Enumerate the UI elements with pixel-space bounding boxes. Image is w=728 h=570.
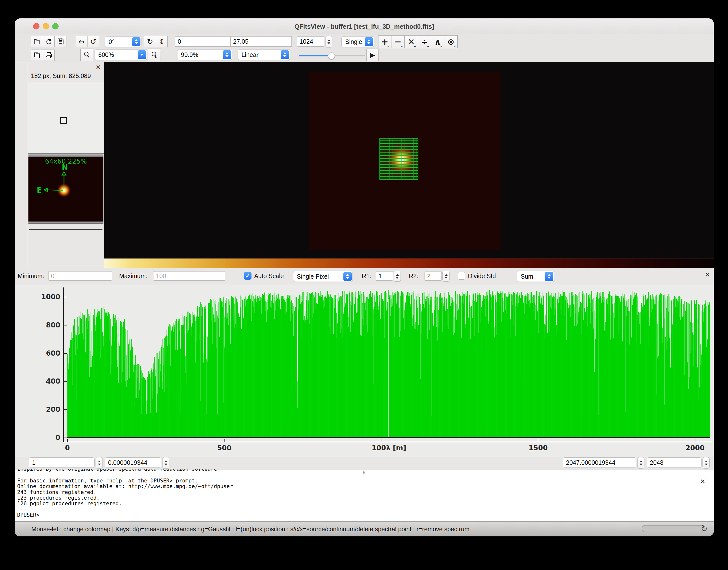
console-clipped-line: Inspired by the original dpuser spectra … (17, 470, 654, 472)
status-bar: Mouse-left: change colormap | Keys: d/p=… (15, 521, 714, 536)
print-button[interactable] (43, 49, 55, 61)
overview-thumbnail[interactable]: 64x60 225% N E (28, 155, 103, 224)
x-tick-label: 1500 (519, 444, 558, 452)
channel-stepper[interactable] (325, 36, 332, 47)
convolve-button[interactable]: ⊗⌄ (445, 35, 458, 48)
spaxel-stats-text: 182 px; Sum: 825.089 (31, 72, 91, 79)
x-axis-frame-line (63, 442, 712, 442)
minimum-input[interactable]: 0 (48, 271, 112, 281)
toolbar: ↔ ↺ 0° ↻ ↕ 0 27.05 1024 Single +⌄−⌄✕⌄÷⌄∧… (15, 34, 714, 62)
end-channel-stepper[interactable] (703, 457, 710, 469)
play-button[interactable]: ▶ (367, 49, 379, 61)
stepper-updown-icon (545, 272, 553, 281)
stepper-updown-icon (223, 50, 231, 59)
image-viewport[interactable] (104, 62, 714, 258)
slider-thumb[interactable] (328, 52, 335, 59)
slider-fill (299, 55, 331, 56)
r1-input[interactable]: 1 (376, 271, 393, 281)
console-close-button[interactable]: ✕ (700, 478, 705, 485)
console-line: Online documentation available at: http:… (17, 484, 233, 489)
start-wavelength-input[interactable]: 0.0000019344 (105, 458, 161, 468)
sidebar-close-button[interactable]: ✕ (96, 64, 101, 70)
start-channel-input[interactable]: 1 (29, 458, 95, 468)
subtract-button[interactable]: −⌄ (392, 35, 405, 48)
zoom-level-select[interactable]: 600% (95, 49, 147, 60)
add-button[interactable]: +⌄ (378, 35, 392, 48)
x-tick-label: 500 (205, 444, 244, 452)
dpuser-console[interactable]: Inspired by the original dpuser spectra … (15, 469, 714, 521)
chevron-down-icon (138, 50, 146, 59)
y-tick-label: 600 (29, 349, 60, 357)
fits-image-canvas[interactable] (309, 72, 501, 250)
divide-std-checkbox[interactable] (458, 272, 465, 280)
r2-input[interactable]: 2 (425, 271, 442, 281)
r1-value: 1 (379, 273, 382, 280)
stepper-updown-icon (132, 37, 140, 46)
divide-button[interactable]: ÷⌄ (418, 35, 431, 48)
console-line: 126 pgplot procedures registered. (17, 501, 233, 506)
start-wavelength-stepper[interactable] (162, 457, 169, 469)
cut-max-input[interactable]: 27.05 (230, 36, 292, 47)
flip-vertical-button[interactable]: ↕ (156, 36, 168, 47)
end-channel-input[interactable]: 2048 (647, 458, 702, 468)
aperture-grid-overlay[interactable] (380, 138, 419, 180)
r2-label: R2: (409, 273, 419, 280)
status-text: Mouse-left: change colormap | Keys: d/p=… (31, 526, 470, 533)
zoom-in-button[interactable] (148, 49, 161, 61)
splitter-handle-dot[interactable] (363, 472, 365, 474)
maximum-input[interactable]: 100 (153, 271, 225, 281)
rotate-cw-button[interactable]: ↻ (144, 36, 156, 47)
channel-input[interactable]: 1024 (297, 36, 324, 47)
auto-scale-checkbox[interactable]: ✓ (244, 272, 251, 280)
y-tick-label: 0 (29, 434, 60, 442)
wavelength-range-row: 1 0.0000019344 2047.0000019344 2048 (15, 457, 714, 469)
r1-stepper[interactable] (394, 271, 401, 282)
cut-max-value: 27.05 (233, 38, 248, 45)
stepper-updown-icon (365, 37, 373, 46)
save-file-button[interactable] (55, 36, 66, 47)
channel-value: 1024 (299, 38, 313, 45)
multiply-button[interactable]: ✕⌄ (405, 35, 418, 48)
power-button[interactable]: ∧⌄ (431, 35, 445, 48)
spectrum-close-button[interactable]: ✕ (705, 272, 710, 278)
scale-percent-select[interactable]: 99.9% (177, 49, 232, 60)
stretch-mode-select[interactable]: Linear (238, 49, 290, 60)
selection-panel[interactable] (28, 83, 104, 154)
open-file-button[interactable] (31, 36, 43, 47)
flip-horizontal-button[interactable]: ↔ (76, 36, 87, 47)
start-channel-stepper[interactable] (96, 457, 103, 469)
x-tick-mark (224, 439, 224, 442)
splitter-line[interactable] (29, 229, 102, 230)
spectrum-plot-canvas[interactable] (67, 287, 710, 438)
chevron-down-icon: ⌄ (400, 42, 404, 48)
rotation-angle-select[interactable]: 0° (105, 36, 141, 47)
end-wavelength-stepper[interactable] (637, 457, 644, 469)
console-line: For basic information, type "help" at th… (17, 478, 233, 484)
selection-rect[interactable] (60, 117, 67, 124)
reload-file-button[interactable] (43, 36, 55, 47)
clipboard-group (31, 49, 55, 61)
r2-stepper[interactable] (443, 271, 450, 282)
horizontal-arrows-icon: ↔ (78, 37, 85, 46)
colormap-bar[interactable] (104, 258, 714, 268)
print-icon (46, 52, 52, 58)
end-wavelength-input[interactable]: 2047.0000019344 (563, 458, 636, 468)
x-tick-mark (381, 439, 382, 442)
flip-rotate-group: ↔ ↺ (76, 36, 99, 47)
console-output: For basic information, type "help" at th… (17, 478, 233, 518)
spectrum-controls-row: Minimum: 0 Maximum: 100 ✓ Auto Scale Sin… (15, 268, 714, 285)
frame-mode-select[interactable]: Single (341, 36, 374, 47)
cut-min-input[interactable]: 0 (175, 36, 230, 47)
console-line (17, 506, 233, 512)
x-axis-label: λ [m] (386, 444, 408, 452)
copy-button[interactable] (31, 49, 43, 61)
rotate-ccw-button[interactable]: ↺ (87, 36, 99, 47)
combine-mode-select[interactable]: Sum (517, 271, 554, 282)
y-axis-line (63, 287, 64, 442)
pixel-mode-select[interactable]: Single Pixel (293, 271, 353, 282)
title-bar: QFitsView - buffer1 [test_ifu_3D_method0… (15, 18, 714, 34)
animation-slider[interactable] (299, 55, 365, 56)
zoom-out-button[interactable] (80, 49, 93, 61)
rotate-ccw-icon: ↺ (90, 37, 96, 46)
r2-value: 2 (427, 273, 431, 280)
